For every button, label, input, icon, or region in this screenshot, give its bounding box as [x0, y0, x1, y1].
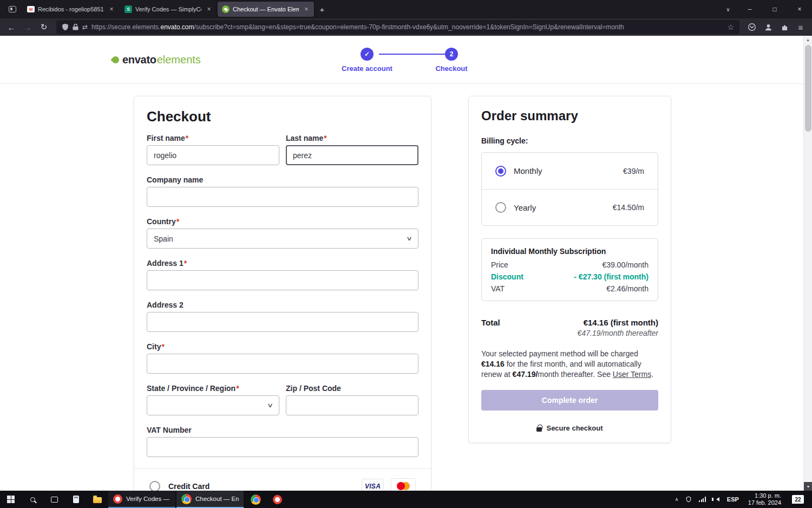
- tab-close-icon[interactable]: ×: [107, 5, 116, 14]
- first-name-input[interactable]: [147, 145, 279, 165]
- yearly-price: €14.50/m: [613, 203, 644, 212]
- address2-input[interactable]: [147, 312, 418, 332]
- url-text: https://secure.elements.envato.com/subsc…: [91, 23, 723, 31]
- tray-security-button[interactable]: [682, 491, 695, 508]
- tray-volume-button[interactable]: [710, 491, 723, 508]
- country-select[interactable]: Spain ∨: [147, 229, 418, 249]
- menu-hamburger-icon[interactable]: ≡: [793, 20, 809, 34]
- complete-order-button[interactable]: Complete order: [481, 390, 658, 411]
- vat-input[interactable]: [147, 437, 418, 457]
- task-view-button[interactable]: [43, 491, 65, 508]
- envato-favicon: [222, 5, 230, 13]
- tracking-protection-shield-icon[interactable]: [62, 23, 69, 31]
- back-button[interactable]: ←: [3, 20, 19, 34]
- address1-input[interactable]: [147, 270, 418, 290]
- vat-row: VAT €2.46/month: [491, 284, 649, 293]
- tab-gmail[interactable]: M Recibidos - rogeliop58510@gm ×: [23, 2, 119, 17]
- scroll-down-arrow-icon[interactable]: ▼: [804, 482, 812, 491]
- yearly-radio[interactable]: [495, 202, 506, 213]
- site-header: envato elements ✓ Create account 2 Check…: [0, 36, 803, 84]
- monthly-radio-selected[interactable]: [495, 166, 506, 177]
- order-summary-title: Order summary: [481, 108, 658, 123]
- calculator-button[interactable]: [65, 491, 87, 508]
- total-label: Total: [481, 318, 500, 337]
- tab-close-icon[interactable]: ×: [302, 5, 311, 14]
- list-all-tabs-icon[interactable]: ∨: [719, 0, 737, 18]
- file-explorer-button[interactable]: [87, 491, 108, 508]
- windows-logo-icon: [7, 496, 15, 503]
- mastercard-red-circle: [397, 482, 405, 490]
- opera-icon: [273, 495, 282, 504]
- scroll-up-arrow-icon[interactable]: ▲: [804, 36, 812, 44]
- credit-card-radio[interactable]: [149, 481, 160, 491]
- label-text: VAT Number: [147, 426, 192, 434]
- monthly-option[interactable]: Monthly €39/m: [482, 153, 658, 189]
- envato-elements-logo[interactable]: envato elements: [112, 54, 201, 66]
- maximize-button[interactable]: □: [762, 0, 787, 18]
- checkout-stepper: ✓ Create account 2 Checkout: [341, 48, 471, 73]
- calculator-icon: [73, 496, 79, 503]
- logo-envato-text: envato: [122, 54, 156, 66]
- tab-close-icon[interactable]: ×: [205, 5, 213, 14]
- pocket-icon[interactable]: [744, 20, 760, 34]
- action-center-button[interactable]: 22: [787, 495, 809, 504]
- label-text: Last name: [286, 134, 323, 142]
- taskbar-window-checkout[interactable]: Checkout — Envat...: [176, 491, 244, 508]
- scrollbar-thumb[interactable]: [805, 45, 811, 132]
- city-input[interactable]: [147, 354, 418, 374]
- yearly-option[interactable]: Yearly €14.50/m: [482, 189, 658, 225]
- taskbar-clock[interactable]: 1:30 p. m. 17 feb. 2024: [743, 492, 787, 506]
- step1-label[interactable]: Create account: [342, 64, 392, 73]
- bookmark-star-icon[interactable]: ☆: [727, 23, 734, 31]
- tab-envato-checkout[interactable]: Checkout — Envato Elements ×: [218, 2, 314, 17]
- tab-simplycodes[interactable]: S Verify Codes — SimplyCodes ×: [120, 2, 217, 17]
- total-section: Total €14.16 (first month) €47.19/month …: [481, 318, 658, 337]
- last-name-input[interactable]: [286, 145, 418, 165]
- monthly-label: Monthly: [514, 166, 542, 175]
- page-scrollbar[interactable]: ▲ ▼: [803, 36, 812, 491]
- step2-number-circle: 2: [445, 48, 458, 61]
- task-view-icon: [51, 497, 58, 503]
- new-tab-button[interactable]: +: [315, 3, 329, 16]
- card-badges: VISA: [362, 478, 416, 491]
- start-button[interactable]: [0, 491, 22, 508]
- https-lock-icon[interactable]: [73, 24, 78, 30]
- credit-card-option[interactable]: Credit Card VISA: [147, 469, 418, 491]
- label-text: Address 2: [147, 301, 184, 309]
- payment-disclaimer: Your selected payment method will be cha…: [481, 349, 658, 380]
- total-first-month: €14.16 (first month): [578, 318, 658, 327]
- address1-field: Address 1*: [147, 259, 418, 290]
- address-bar[interactable]: ⇄ https://secure.elements.envato.com/sub…: [56, 20, 739, 34]
- taskbar-window-verify-codes[interactable]: Verify Codes — Sim...: [108, 491, 175, 508]
- zip-input[interactable]: [286, 395, 418, 415]
- hidden-icons-chevron[interactable]: ∧: [671, 491, 683, 508]
- reload-button[interactable]: ↻: [36, 20, 52, 34]
- mastercard-logo: [391, 478, 416, 491]
- taskbar-search-button[interactable]: [22, 491, 43, 508]
- chrome-pinned-button[interactable]: [245, 491, 266, 508]
- required-asterisk: *: [324, 134, 326, 142]
- monthly-price: €39/m: [623, 167, 644, 175]
- account-icon[interactable]: [760, 20, 776, 34]
- company-input[interactable]: [147, 187, 418, 207]
- billing-cycle-label: Billing cycle:: [481, 136, 658, 145]
- firefox-view-glyph: [9, 6, 16, 12]
- opera-pinned-button[interactable]: [266, 491, 288, 508]
- firefox-view-icon[interactable]: [4, 3, 21, 16]
- subscription-details: Individual Monthly Subscription Price €3…: [481, 238, 658, 301]
- minimize-button[interactable]: –: [737, 0, 762, 18]
- first-name-field: First name*: [147, 134, 279, 165]
- gmail-favicon: M: [27, 6, 35, 12]
- user-terms-link[interactable]: User Terms: [613, 370, 651, 379]
- site-permissions-icon[interactable]: ⇄: [82, 23, 88, 31]
- taskbar-window-title: Checkout — Envat...: [195, 496, 239, 502]
- forward-button[interactable]: →: [19, 20, 36, 34]
- country-selected-value: Spain: [154, 235, 173, 243]
- tray-network-button[interactable]: [695, 491, 710, 508]
- state-select[interactable]: ∨: [147, 395, 279, 415]
- extensions-puzzle-icon[interactable]: [776, 20, 793, 34]
- label-text: State / Province / Region: [147, 384, 235, 393]
- close-window-button[interactable]: ×: [787, 0, 812, 18]
- subscription-name: Individual Monthly Subscription: [491, 247, 649, 256]
- keyboard-language-indicator[interactable]: ESP: [723, 491, 743, 508]
